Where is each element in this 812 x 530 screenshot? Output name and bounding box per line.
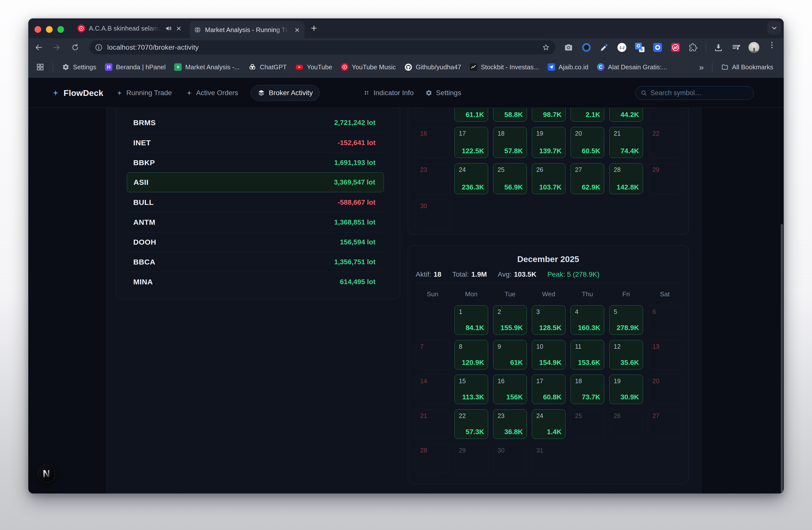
- calendar-day-18[interactable]: 1857.8K: [493, 127, 527, 158]
- calendar-day-19[interactable]: 19139.7K: [532, 127, 566, 158]
- calendar-day-11[interactable]: 1158.8K: [493, 108, 527, 122]
- adblock-extension-icon[interactable]: [670, 42, 681, 53]
- tab-market-analysis[interactable]: Market Analysis - Running Tra ×: [190, 22, 304, 38]
- bookmark-item-ajaib-co-id[interactable]: Ajaib.co.id: [548, 63, 589, 71]
- stock-row-asii[interactable]: ASII3,369,547 lot: [127, 172, 384, 192]
- braces-extension-icon[interactable]: {...}: [617, 42, 627, 53]
- calendar-day-3[interactable]: 3128.5K: [532, 305, 566, 335]
- tab-youtube-music[interactable]: A.C.A.B skinhead selaman ×: [74, 18, 186, 38]
- nav-item-broker-activity[interactable]: Broker Activity: [251, 85, 320, 101]
- bookmark-star-icon[interactable]: [542, 43, 550, 52]
- calendar-day-23[interactable]: 2336.8K: [493, 409, 527, 439]
- forward-button[interactable]: [51, 38, 62, 56]
- calendar-day-22[interactable]: 2257.3K: [454, 409, 488, 439]
- bookmark-item-chatgpt[interactable]: ChatGPT: [248, 63, 287, 71]
- calendar-day-25[interactable]: 2556.9K: [493, 163, 527, 194]
- stock-row-bbkp[interactable]: BBKP1,691,193 lot: [127, 153, 384, 172]
- extensions-puzzle-icon[interactable]: [688, 42, 699, 53]
- blue-circle-extension-icon[interactable]: [581, 42, 592, 53]
- calendar-day-1[interactable]: 184.1K: [454, 305, 488, 335]
- bookmark-item-alat-desain-gratis[interactable]: CAlat Desain Gratis:...: [597, 63, 667, 71]
- close-window-button[interactable]: [34, 26, 41, 33]
- recorder-extension-icon[interactable]: [652, 42, 663, 53]
- nav-item-active-orders[interactable]: Active Orders: [186, 78, 238, 108]
- downloads-button[interactable]: [713, 42, 724, 53]
- page-scrollbar-thumb[interactable]: [781, 224, 783, 492]
- url-text[interactable]: localhost:7070/broker-activity: [107, 43, 538, 52]
- calendar-day-17[interactable]: 1760.8K: [532, 375, 566, 404]
- stock-row-bull[interactable]: BULL-588,667 lot: [127, 192, 384, 212]
- stock-row-dooh[interactable]: DOOH156,594 lot: [127, 232, 384, 252]
- stock-row-bbca[interactable]: BBCA1,356,751 lot: [127, 252, 384, 272]
- back-button[interactable]: [33, 38, 44, 56]
- bookmark-item-beranda-hpanel[interactable]: HBeranda | hPanel: [105, 63, 165, 71]
- calendar-day-8[interactable]: 8120.9K: [454, 340, 488, 369]
- editor-pen-extension-icon[interactable]: [599, 42, 610, 53]
- calendar-day-20[interactable]: 2060.5K: [570, 127, 604, 158]
- site-info-icon[interactable]: [95, 43, 103, 52]
- calendar-day-27[interactable]: 2762.9K: [570, 163, 604, 194]
- reload-button[interactable]: [70, 38, 81, 56]
- calendar-day-10[interactable]: 1061.1K: [454, 108, 488, 122]
- minimize-window-button[interactable]: [46, 26, 53, 33]
- app-logo[interactable]: FlowDeck: [52, 78, 103, 108]
- stock-row-antm[interactable]: ANTM1,368,851 lot: [127, 212, 384, 232]
- nextjs-dev-button[interactable]: N: [38, 465, 55, 482]
- tab-audio-icon[interactable]: [165, 25, 172, 32]
- calendar-day-15[interactable]: 15113.3K: [454, 375, 488, 404]
- calendar-day-16[interactable]: 16156K: [493, 375, 527, 404]
- bookmark-item-settings[interactable]: Settings: [62, 63, 96, 71]
- calendar-day-5[interactable]: 5278.9K: [609, 305, 643, 335]
- bookmark-item-stockbit-investas[interactable]: Stockbit - Investas...: [470, 63, 539, 71]
- bookmarks-overflow-button[interactable]: »: [699, 62, 703, 72]
- zoom-window-button[interactable]: [57, 26, 64, 33]
- tab-close-icon[interactable]: ×: [176, 24, 182, 32]
- calendar-day-11[interactable]: 11153.6K: [570, 340, 604, 369]
- browser-menu-icon[interactable]: [766, 42, 777, 53]
- apps-grid-icon[interactable]: [36, 63, 44, 71]
- tab-close-icon[interactable]: ×: [294, 26, 300, 34]
- new-tab-button[interactable]: +: [307, 22, 320, 35]
- profile-avatar[interactable]: [749, 42, 759, 53]
- bookmark-item-youtube-music[interactable]: YouTube Music: [341, 63, 396, 71]
- calendar-day-17[interactable]: 17122.5K: [454, 127, 488, 158]
- calendar-day-12[interactable]: 1235.6K: [609, 340, 643, 369]
- bookmark-label: YouTube: [307, 63, 332, 71]
- stock-row-inet[interactable]: INET-152,641 lot: [127, 132, 384, 153]
- media-playlist-button[interactable]: [731, 42, 742, 53]
- calendar-day-9[interactable]: 961K: [493, 340, 527, 369]
- calendar-day-21[interactable]: 2174.4K: [609, 127, 643, 158]
- calendar-day-19[interactable]: 1930.9K: [609, 375, 643, 404]
- stock-row-brms[interactable]: BRMS2,721,242 lot: [127, 113, 384, 132]
- google-translate-extension-icon[interactable]: aG: [634, 42, 645, 53]
- screenshot-extension-icon[interactable]: [563, 42, 574, 53]
- bookmark-item-youtube[interactable]: YouTube: [295, 63, 332, 71]
- calendar-day-7: 7: [416, 340, 449, 369]
- bookmark-item-market-analysis[interactable]: +Market Analysis -...: [174, 63, 240, 71]
- all-bookmarks-button[interactable]: All Bookmarks: [721, 63, 773, 71]
- calendar-day-18[interactable]: 1873.7K: [570, 375, 604, 404]
- calendar-day-28[interactable]: 28142.8K: [609, 163, 643, 194]
- calendar-day-13[interactable]: 132.1K: [570, 108, 604, 122]
- day-number: 20: [652, 377, 659, 385]
- bookmark-item-github-yudha47[interactable]: Github/yudha47: [405, 63, 461, 71]
- calendar-day-26[interactable]: 26103.7K: [532, 163, 566, 194]
- calendar-day-2[interactable]: 2155.9K: [493, 305, 527, 335]
- weekday-fri: Fri: [609, 290, 643, 298]
- symbol-search-input[interactable]: Search symbol…: [635, 86, 754, 100]
- calendar-day-24[interactable]: 241.4K: [532, 409, 566, 439]
- nav-item-running-trade[interactable]: Running Trade: [116, 78, 172, 108]
- calendar-day-23: 23: [416, 163, 449, 194]
- calendar-day-10[interactable]: 10154.9K: [532, 340, 566, 369]
- address-bar[interactable]: localhost:7070/broker-activity: [89, 40, 555, 54]
- calendar-day-24[interactable]: 24236.3K: [454, 163, 488, 194]
- day-number: 11: [575, 343, 581, 350]
- calendar-day-4[interactable]: 4160.3K: [570, 305, 604, 335]
- nav-item-settings[interactable]: Settings: [425, 78, 461, 108]
- tab-search-button[interactable]: [767, 22, 781, 35]
- bookmarks-separator: [712, 62, 712, 71]
- stock-row-mina[interactable]: MINA614,495 lot: [127, 272, 384, 292]
- calendar-day-12[interactable]: 1298.7K: [532, 108, 566, 122]
- calendar-day-14[interactable]: 1444.2K: [609, 108, 643, 122]
- nav-item-indicator-info[interactable]: Indicator Info: [363, 78, 414, 108]
